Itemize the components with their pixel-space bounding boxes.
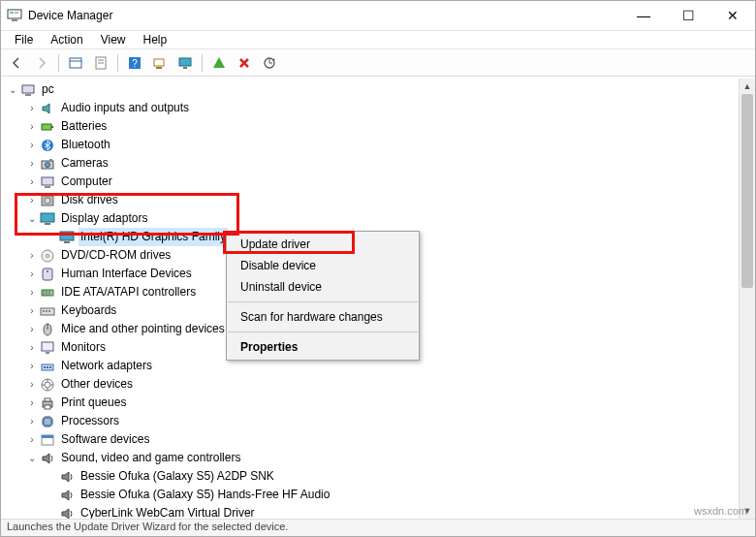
status-bar: Launches the Update Driver Wizard for th… <box>1 519 755 536</box>
other-icon <box>40 377 55 393</box>
computer-icon <box>40 174 55 190</box>
twist-spacer: · <box>44 467 59 486</box>
menu-view[interactable]: View <box>93 31 134 48</box>
minimize-button[interactable]: — <box>621 1 666 30</box>
svg-rect-51 <box>49 366 51 368</box>
expand-icon[interactable]: › <box>24 99 40 117</box>
expand-icon[interactable]: › <box>24 117 40 136</box>
menu-separator <box>228 332 418 332</box>
svg-rect-28 <box>41 213 54 222</box>
expand-icon[interactable]: › <box>24 191 40 209</box>
tree-node[interactable]: ›Other devices <box>1 375 755 394</box>
sound-icon <box>59 488 75 503</box>
expand-icon[interactable]: › <box>24 430 40 449</box>
tree-label: IDE ATA/ATAPI controllers <box>59 283 198 301</box>
svg-rect-0 <box>8 10 21 18</box>
expand-icon[interactable]: › <box>24 246 40 265</box>
tree-label: Display adaptors <box>59 209 149 228</box>
expand-icon[interactable]: › <box>24 136 40 154</box>
svg-rect-14 <box>183 67 187 69</box>
svg-rect-19 <box>51 126 53 128</box>
tree-node[interactable]: ·Bessie Ofuka (Galaxy S5) A2DP SNK <box>1 467 755 486</box>
titlebar: Device Manager — ☐ ✕ <box>1 1 755 30</box>
svg-rect-41 <box>43 310 45 312</box>
display-toolbar-icon[interactable] <box>173 52 197 74</box>
expand-icon[interactable]: › <box>24 375 40 394</box>
expand-icon[interactable]: › <box>24 301 40 320</box>
maximize-button[interactable]: ☐ <box>666 1 710 30</box>
printer-icon <box>40 395 55 411</box>
expand-icon[interactable]: › <box>24 173 40 191</box>
expand-icon[interactable]: › <box>24 154 40 173</box>
twist-spacer: · <box>44 228 59 246</box>
tree-node[interactable]: ›Disk drives <box>1 191 755 209</box>
collapse-icon[interactable]: ⌄ <box>24 209 40 228</box>
tree-node[interactable]: ›Processors <box>1 412 755 430</box>
svg-rect-56 <box>45 405 50 409</box>
context-menu-item[interactable]: Properties <box>227 336 419 358</box>
scroll-up-arrow[interactable]: ▲ <box>740 79 755 94</box>
camera-icon <box>40 156 55 172</box>
tree-label: Intel(R) HD Graphics Family <box>79 228 228 246</box>
watermark: wsxdn.com <box>694 505 747 517</box>
tree-node[interactable]: ⌄pc <box>1 80 755 99</box>
svg-rect-46 <box>42 342 53 351</box>
forward-button[interactable] <box>30 52 53 74</box>
scan-toolbar-icon[interactable] <box>148 52 172 74</box>
tree-node[interactable]: ›Print queues <box>1 394 755 412</box>
svg-rect-47 <box>46 352 49 354</box>
tree-node[interactable]: ·CyberLink WebCam Virtual Driver <box>1 504 755 519</box>
scroll-thumb[interactable] <box>741 94 753 288</box>
keyboard-icon <box>40 303 55 319</box>
tree-label: Audio inputs and outputs <box>59 99 191 117</box>
tree-label: Human Interface Devices <box>59 265 194 283</box>
svg-rect-18 <box>42 124 51 130</box>
context-menu-item[interactable]: Disable device <box>227 255 419 276</box>
context-menu-item[interactable]: Uninstall device <box>227 276 419 298</box>
svg-rect-1 <box>10 12 14 14</box>
tree-node[interactable]: ⌄Sound, video and game controllers <box>1 449 755 467</box>
tree-node[interactable]: ›Cameras <box>1 154 755 173</box>
show-hidden-button[interactable] <box>64 52 87 74</box>
context-menu-item[interactable]: Update driver <box>227 234 419 255</box>
context-menu-item[interactable]: Scan for hardware changes <box>227 306 419 328</box>
enable-button[interactable] <box>207 52 231 74</box>
expand-icon[interactable]: › <box>24 357 40 375</box>
svg-point-33 <box>47 254 49 257</box>
update-button[interactable] <box>258 52 281 74</box>
menu-help[interactable]: Help <box>136 31 175 48</box>
svg-rect-50 <box>47 366 48 368</box>
expand-icon[interactable]: › <box>24 394 40 412</box>
tree-node[interactable]: ›Computer <box>1 173 755 191</box>
tree-node[interactable]: ›Bluetooth <box>1 136 755 154</box>
expand-icon[interactable]: › <box>24 283 40 301</box>
tree-node[interactable]: ›Software devices <box>1 430 755 449</box>
tree-node[interactable]: ⌄Display adaptors <box>1 209 755 228</box>
menu-separator <box>228 301 418 302</box>
tree-node[interactable]: ·Bessie Ofuka (Galaxy S5) Hands-Free HF … <box>1 486 755 504</box>
collapse-icon[interactable]: ⌄ <box>5 80 20 99</box>
expand-icon[interactable]: › <box>24 412 40 430</box>
menu-action[interactable]: Action <box>43 31 90 48</box>
collapse-icon[interactable]: ⌄ <box>24 449 40 467</box>
tree-label: Bessie Ofuka (Galaxy S5) A2DP SNK <box>79 467 276 486</box>
vertical-scrollbar[interactable]: ▲ ▼ <box>739 79 755 519</box>
close-button[interactable]: ✕ <box>710 1 755 30</box>
back-button[interactable] <box>5 52 28 74</box>
expand-icon[interactable]: › <box>24 338 40 357</box>
tree-node[interactable]: ›Batteries <box>1 117 755 136</box>
expand-icon[interactable]: › <box>24 265 40 283</box>
tree-node[interactable]: ›Audio inputs and outputs <box>1 99 755 117</box>
uninstall-button[interactable] <box>233 52 256 74</box>
speaker-icon <box>40 101 55 116</box>
tree-label: Disk drives <box>59 191 120 209</box>
svg-rect-2 <box>15 12 18 14</box>
properties-button[interactable] <box>89 52 112 74</box>
expand-icon[interactable]: › <box>24 320 40 338</box>
svg-rect-16 <box>22 85 34 93</box>
menu-file[interactable]: File <box>7 31 41 48</box>
help-button[interactable]: ? <box>123 52 146 74</box>
menubar: File Action View Help <box>1 30 755 49</box>
tree-label: Mice and other pointing devices <box>59 320 227 338</box>
cpu-icon <box>40 414 55 429</box>
